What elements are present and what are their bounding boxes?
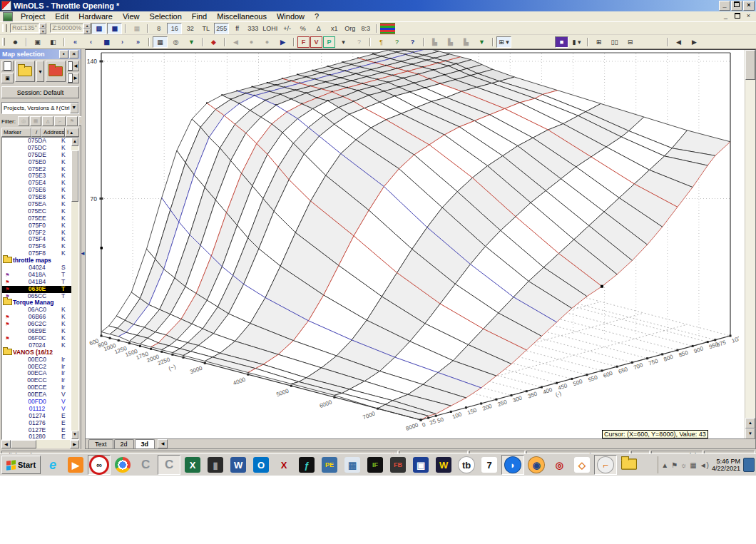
view-2d-button[interactable]: ▤: [91, 23, 106, 34]
menu-hardware[interactable]: Hardware: [73, 12, 118, 21]
color-fill-button[interactable]: ■: [555, 36, 568, 48]
filter-hex-button[interactable]: ▦: [30, 116, 41, 126]
width-32bit-button[interactable]: 32: [183, 23, 198, 34]
open-project-button[interactable]: [15, 61, 35, 82]
dec-333-button[interactable]: 333: [245, 23, 260, 34]
hidden-icons-chevron[interactable]: ▲: [661, 461, 668, 469]
scope-dropdown-arrow[interactable]: ▼: [70, 103, 78, 113]
filter-neg-button[interactable]: ⌐: [54, 116, 66, 126]
flag-icon[interactable]: ⚑: [671, 461, 678, 469]
rotation-arrows[interactable]: ▲▼: [39, 23, 46, 34]
mode-help-button[interactable]: ?: [352, 36, 367, 48]
window-open-button[interactable]: ◧: [46, 36, 61, 48]
tab-scroll-left-button[interactable]: ◀: [158, 439, 168, 448]
close-button[interactable]: ×: [743, 1, 755, 11]
save-button[interactable]: ▣: [1, 73, 14, 83]
calculator-icon[interactable]: ▦: [342, 456, 363, 474]
thunderbird-icon[interactable]: ◗: [501, 455, 524, 475]
taskbar-clock[interactable]: 5:46 PM 4/22/2021: [712, 458, 740, 472]
delta-button[interactable]: Δ: [311, 23, 326, 34]
window-restore-button[interactable]: ▣: [30, 36, 45, 48]
sign-button[interactable]: +/-: [280, 23, 295, 34]
tab-3d[interactable]: 3d: [135, 439, 155, 448]
minimize-button[interactable]: _: [719, 1, 730, 11]
media-player-icon[interactable]: ▶: [65, 456, 86, 474]
view-3d-button[interactable]: ▦: [107, 23, 122, 34]
start-button[interactable]: Start: [1, 456, 41, 474]
cascade-button[interactable]: ⊟: [623, 36, 638, 48]
tab-2d[interactable]: 2d: [114, 439, 134, 448]
auto-sync-b-button[interactable]: ●: [260, 36, 275, 48]
panel-close-button[interactable]: ×: [69, 50, 78, 58]
original-button[interactable]: Org: [342, 23, 357, 34]
percent-button[interactable]: %: [295, 23, 310, 34]
tb-circle-icon[interactable]: tb: [456, 456, 477, 474]
stats-a-button[interactable]: ▙: [427, 36, 442, 48]
menu-miscellaneous[interactable]: Miscellaneous: [212, 12, 272, 21]
map-list-vscrollbar[interactable]: ▲ ▼: [71, 138, 78, 439]
open-project-dropdown[interactable]: ▼: [36, 61, 44, 82]
connect-button[interactable]: ◆: [206, 36, 221, 48]
zoom-value[interactable]: Z:50000%: [50, 24, 83, 33]
filter-delta-button[interactable]: Δ: [42, 116, 53, 126]
user-button[interactable]: ☻: [8, 36, 23, 48]
first-map-button[interactable]: «: [68, 36, 83, 48]
stats-c-button[interactable]: ▙: [459, 36, 474, 48]
factor-button[interactable]: F: [297, 36, 310, 48]
panel-pin-button[interactable]: ▪: [59, 50, 68, 58]
display-icon[interactable]: ▦: [690, 461, 696, 469]
back-button[interactable]: ◀: [228, 36, 243, 48]
blue-cube-icon[interactable]: ▣: [410, 456, 431, 474]
column-excl[interactable]: !▲: [65, 128, 79, 137]
menu-window[interactable]: Window: [272, 12, 310, 21]
mdi-restore-button[interactable]: [732, 13, 742, 21]
width-16bit-button[interactable]: 16: [167, 23, 182, 34]
project-manager-button[interactable]: [46, 61, 66, 82]
auto-sync-a-button[interactable]: ●: [244, 36, 259, 48]
width-8bit-button[interactable]: 8: [151, 23, 166, 34]
word-icon[interactable]: W: [228, 456, 249, 474]
column-address[interactable]: Address: [41, 128, 65, 137]
chip-fb-icon[interactable]: FB: [387, 456, 409, 474]
scope-dropdown[interactable]: Projects, Versions & Maps: (Ctrl ▼: [1, 102, 79, 114]
mdi-child-icon[interactable]: [3, 12, 13, 21]
tunerpro-icon[interactable]: X: [273, 456, 295, 474]
menu-edit[interactable]: Edit: [50, 12, 73, 21]
last-map-button[interactable]: »: [131, 36, 145, 48]
zoom-spinner[interactable]: Z:50000% ▲▼: [50, 24, 91, 33]
tile-vertical-button[interactable]: ▯▯: [607, 36, 622, 48]
mdi-minimize-button[interactable]: _: [721, 13, 730, 21]
hex-editor-icon[interactable]: IF: [364, 456, 386, 474]
help-button[interactable]: ?: [389, 36, 404, 48]
tab-text[interactable]: Text: [88, 439, 113, 448]
speed-sign-icon[interactable]: ∞: [88, 455, 111, 475]
throttle-map-3d-chart[interactable]: 7014060080010001250150017502000225030004…: [86, 50, 739, 441]
chart-vscrollbar[interactable]: ▲ ▼: [745, 50, 755, 439]
stats-b-button[interactable]: ▙: [443, 36, 458, 48]
filter-binoculars-button[interactable]: ◎: [18, 116, 29, 126]
pe-tool-icon[interactable]: PE: [319, 456, 340, 474]
value-button[interactable]: V: [310, 36, 322, 48]
math-tool-icon[interactable]: ƒ: [296, 456, 317, 474]
rotation-value[interactable]: Rot:135°: [10, 24, 39, 33]
wrench-icon[interactable]: ⌐: [594, 455, 617, 475]
mode-dropdown[interactable]: ▾: [336, 36, 351, 48]
context-help-button[interactable]: ?: [405, 36, 420, 48]
menu-project[interactable]: Project: [16, 12, 50, 21]
map-selection-header[interactable]: Map selection ▪ ×: [0, 49, 81, 59]
paste-green-button[interactable]: ▼: [474, 36, 489, 48]
race-seven-icon[interactable]: 7: [479, 456, 500, 474]
percent-mode-button[interactable]: P: [323, 36, 335, 48]
rotation-spinner[interactable]: Rot:135° ▲▼: [10, 24, 46, 33]
ratio-button[interactable]: 8:3: [358, 23, 373, 34]
dec-255-button[interactable]: 255: [214, 23, 229, 34]
tile-button[interactable]: ⊞: [591, 36, 606, 48]
folder-window-icon[interactable]: [618, 456, 640, 474]
shield-browser-icon[interactable]: ◉: [526, 456, 547, 474]
lohi-button[interactable]: LOHI: [261, 23, 279, 34]
bookmark-button[interactable]: ¶: [374, 36, 389, 48]
import-file-button[interactable]: ◄: [67, 61, 79, 71]
menu-?[interactable]: ?: [310, 12, 324, 21]
forward-button[interactable]: ▶: [275, 36, 290, 48]
hex-ff-button[interactable]: ff: [230, 23, 245, 34]
